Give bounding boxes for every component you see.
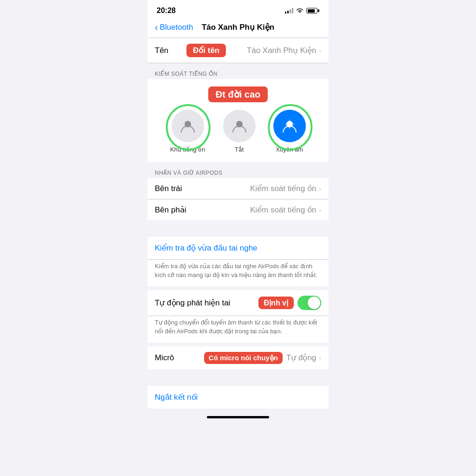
back-button[interactable]: ‹ Bluetooth	[155, 23, 193, 32]
wifi-icon	[296, 8, 304, 13]
left-ear-row[interactable]: Bên trái Kiểm soát tiếng ồn ›	[147, 178, 329, 199]
micro-value-text: Tự động	[286, 353, 316, 363]
right-chevron-icon: ›	[319, 206, 321, 214]
noise-option-off[interactable]: Tắt	[223, 110, 256, 153]
gap-3	[147, 220, 329, 237]
noise-option-transparency[interactable]: Xuyên âm	[273, 110, 306, 153]
micro-row[interactable]: Micrô Có micro nói chuyện Tự động ›	[147, 346, 329, 370]
home-indicator	[207, 416, 269, 418]
dt-doi-cao-container: Đt đời cao	[147, 86, 329, 102]
right-ear-label: Bên phải	[155, 205, 186, 215]
gap-4	[147, 286, 329, 290]
person-off-icon	[231, 118, 248, 134]
right-ear-row[interactable]: Bên phải Kiểm soát tiếng ồn ›	[147, 199, 329, 220]
back-label: Bluetooth	[160, 23, 193, 32]
status-bar: 20:28	[147, 0, 329, 19]
gap-5	[147, 343, 329, 346]
right-ear-value: Kiểm soát tiếng ồn ›	[250, 205, 321, 215]
noise-off-icon-wrap	[223, 110, 256, 142]
nav-header: ‹ Bluetooth Táo Xanh Phụ Kiện	[147, 19, 329, 38]
auto-detect-label: Tự động phát hiện tai	[155, 298, 230, 308]
left-ear-label: Bên trái	[155, 184, 182, 193]
micro-badge: Có micro nói chuyện	[204, 352, 283, 364]
micro-chevron-icon: ›	[319, 354, 321, 362]
fit-test-description: Kiểm tra độ vừa của các đầu tai nghe Air…	[147, 260, 329, 286]
person-transparency-icon	[281, 118, 298, 134]
name-label: Tên	[155, 46, 183, 55]
hold-rows: Bên trái Kiểm soát tiếng ồn › Bên phải K…	[147, 178, 329, 220]
page-title: Táo Xanh Phụ Kiện	[202, 22, 274, 32]
micro-section: Micrô Có micro nói chuyện Tự động ›	[147, 346, 329, 370]
noise-cancel-icon-wrap	[172, 110, 204, 142]
left-chevron-icon: ›	[319, 185, 321, 192]
status-icons	[285, 8, 319, 13]
device-name-text: Táo Xanh Phụ Kiện	[247, 46, 317, 55]
micro-value: Tự động ›	[286, 353, 321, 363]
noise-transparency-icon-wrap	[273, 110, 306, 142]
rename-badge[interactable]: Đổi tên	[186, 44, 226, 57]
auto-detect-toggle[interactable]	[298, 296, 321, 310]
auto-detect-row: Tự động phát hiện tai Định vị	[147, 290, 329, 316]
status-time: 20:28	[157, 7, 176, 15]
left-ear-value: Kiểm soát tiếng ồn ›	[250, 184, 321, 193]
noise-cancel-label: Khử tiếng ồn	[170, 146, 205, 153]
dt-doi-cao-badge: Đt đời cao	[208, 86, 268, 102]
toggle-knob	[308, 297, 320, 309]
hold-section-header: NHẤN VÀ GIỮ AIRPODS	[147, 166, 329, 178]
left-ear-value-text: Kiểm soát tiếng ồn	[250, 184, 316, 193]
right-ear-value-text: Kiểm soát tiếng ồn	[250, 205, 316, 215]
micro-label: Micrô	[155, 353, 174, 363]
gap-2	[147, 162, 329, 166]
noise-options-container: Đt đời cao Khử tiếng ồn	[147, 79, 329, 162]
auto-detect-section: Tự động phát hiện tai Định vị Tự động ch…	[147, 290, 329, 343]
fit-test-link[interactable]: Kiểm tra độ vừa đầu tai nghe	[155, 244, 258, 252]
name-row[interactable]: Tên Đổi tên Táo Xanh Phụ Kiện ›	[147, 38, 329, 63]
name-section: Tên Đổi tên Táo Xanh Phụ Kiện ›	[147, 38, 329, 63]
disconnect-row[interactable]: Ngắt kết nối	[147, 386, 329, 409]
noise-section-header: KIỂM SOÁT TIẾNG ỒN	[147, 67, 329, 79]
chevron-right-icon: ›	[319, 47, 321, 54]
noise-section: KIỂM SOÁT TIẾNG ỒN Đt đời cao	[147, 67, 329, 162]
gap-6	[147, 370, 329, 386]
auto-detect-description: Tự động chuyển đổi tuyến âm thanh từ các…	[147, 316, 329, 343]
back-chevron-icon: ‹	[155, 22, 158, 32]
micro-controls: Có micro nói chuyện Tự động ›	[204, 352, 321, 364]
disconnect-link[interactable]: Ngắt kết nối	[155, 393, 198, 402]
dinh-vi-badge: Định vị	[258, 297, 294, 309]
hold-section: NHẤN VÀ GIỮ AIRPODS Bên trái Kiểm soát t…	[147, 166, 329, 220]
noise-options-row: Khử tiếng ồn Tắt	[147, 110, 329, 153]
fit-test-link-row[interactable]: Kiểm tra độ vừa đầu tai nghe	[147, 237, 329, 259]
name-value: Táo Xanh Phụ Kiện ›	[247, 46, 321, 55]
battery-icon	[306, 8, 319, 13]
person-noise-icon	[179, 118, 196, 134]
disconnect-section: Ngắt kết nối	[147, 386, 329, 409]
signal-icon	[285, 8, 293, 13]
noise-transparency-label: Xuyên âm	[276, 146, 304, 153]
noise-off-label: Tắt	[235, 146, 244, 153]
noise-option-cancel[interactable]: Khử tiếng ồn	[170, 110, 205, 153]
gap-1	[147, 63, 329, 67]
fit-test-section: Kiểm tra độ vừa đầu tai nghe Kiểm tra độ…	[147, 237, 329, 286]
auto-detect-controls: Định vị	[258, 296, 321, 310]
